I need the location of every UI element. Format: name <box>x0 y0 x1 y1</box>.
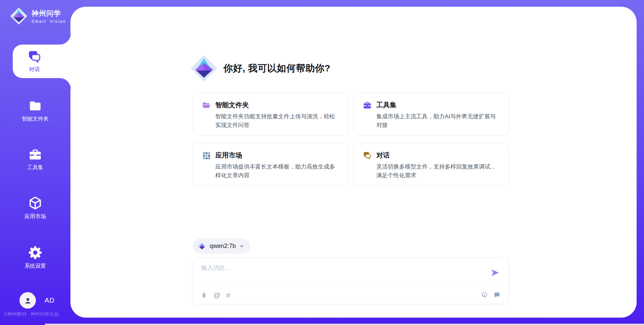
paperclip-icon <box>201 292 208 299</box>
sidebar-item-label: 系统设置 <box>24 263 46 270</box>
card-chat[interactable]: 对话 灵活切换多模型文件，支持多样回复效果调试，满足个性化需求 <box>354 143 509 186</box>
composer-divider <box>199 286 502 286</box>
send-button[interactable] <box>490 268 500 278</box>
sidebar-item-label: 应用市场 <box>24 213 46 220</box>
gear-icon <box>28 246 42 260</box>
topic-button[interactable]: # <box>226 291 230 299</box>
hero-logo-icon <box>191 54 217 83</box>
chat-bubble-icon <box>493 292 500 299</box>
message-input[interactable] <box>201 264 483 283</box>
horizontal-scrollbar[interactable] <box>45 324 644 325</box>
model-name: qwen2:7b <box>210 243 236 250</box>
mention-button[interactable]: @ <box>213 291 220 299</box>
chat-icon <box>363 151 372 160</box>
folder-open-icon <box>202 101 211 110</box>
history-clock-icon <box>481 292 488 299</box>
user-profile[interactable]: AD <box>19 292 55 309</box>
card-description: 应用市场提供丰富长文本模板，助力高效生成多样化文章内容 <box>215 162 340 180</box>
card-description: 灵活切换多模型文件，支持多样回复效果调试，满足个性化需求 <box>376 162 501 180</box>
briefcase-icon <box>363 101 372 110</box>
new-chat-button[interactable] <box>493 292 500 299</box>
model-selector[interactable]: qwen2:7b <box>193 239 250 254</box>
send-icon <box>490 268 500 278</box>
card-app-market[interactable]: 应用市场 应用市场提供丰富长文本模板，助力高效生成多样化文章内容 <box>193 143 348 186</box>
model-logo-icon <box>198 242 206 251</box>
card-toolset[interactable]: 工具集 集成市场上主流工具，助力AI与外界无缝扩展与对接 <box>354 93 509 136</box>
card-title: 对话 <box>376 151 390 160</box>
sidebar-item-label: 智能文件夹 <box>22 116 49 123</box>
chevron-down-icon <box>239 244 244 249</box>
copyright-footer: ©神州数码 · 神州问学出品 <box>4 311 59 317</box>
chat-icon <box>28 50 42 64</box>
card-title: 智能文件夹 <box>215 101 249 110</box>
sidebar-item-settings[interactable]: 系统设置 <box>0 246 70 270</box>
attach-file-button[interactable] <box>201 292 208 299</box>
hash-symbol: # <box>226 291 230 299</box>
history-button[interactable] <box>481 292 488 299</box>
sidebar-item-app-market[interactable]: 应用市场 <box>0 196 70 220</box>
card-description: 智能文件夹功能支持批量文件上传与清洗，轻松实现文件问答 <box>215 112 340 129</box>
cube-icon <box>28 196 42 210</box>
brand-logo-icon <box>10 7 28 25</box>
sidebar-item-label: 工具集 <box>27 164 43 171</box>
card-title: 应用市场 <box>215 151 242 160</box>
message-composer: @ # <box>193 258 509 304</box>
person-icon <box>23 296 33 305</box>
sidebar-item-label: 对话 <box>29 66 40 73</box>
brand-subtitle: Smart Vision <box>32 19 66 24</box>
sidebar-item-toolset[interactable]: 工具集 <box>0 148 70 171</box>
grid-icon <box>202 151 211 160</box>
active-tab-curve-top <box>60 34 71 45</box>
sidebar-item-smart-folder[interactable]: 智能文件夹 <box>0 99 70 123</box>
app-root: 神州问学 Smart Vision 对话 智能文件夹 工具集 应用市场 系统设置… <box>0 0 644 325</box>
greeting-block: 你好, 我可以如何帮助你? <box>191 54 330 83</box>
main-panel: 你好, 我可以如何帮助你? 智能文件夹 智能文件夹功能支持批量文件上传与清洗，轻… <box>70 7 637 318</box>
card-smart-folder[interactable]: 智能文件夹 智能文件夹功能支持批量文件上传与清洗，轻松实现文件问答 <box>193 93 348 136</box>
brand-name: 神州问学 <box>32 9 66 18</box>
greeting-title: 你好, 我可以如何帮助你? <box>223 62 330 75</box>
brand: 神州问学 Smart Vision <box>10 7 66 25</box>
briefcase-icon <box>29 148 42 161</box>
folder-icon <box>29 99 42 113</box>
sidebar-item-chat[interactable]: 对话 <box>13 45 71 78</box>
card-description: 集成市场上主流工具，助力AI与外界无缝扩展与对接 <box>376 112 501 129</box>
active-tab-curve-bottom <box>60 78 71 89</box>
card-title: 工具集 <box>376 101 396 110</box>
feature-cards: 智能文件夹 智能文件夹功能支持批量文件上传与清洗，轻松实现文件问答 工具集 集成… <box>193 93 509 186</box>
user-name: AD <box>45 297 55 304</box>
avatar <box>19 292 36 309</box>
at-symbol: @ <box>213 291 220 299</box>
